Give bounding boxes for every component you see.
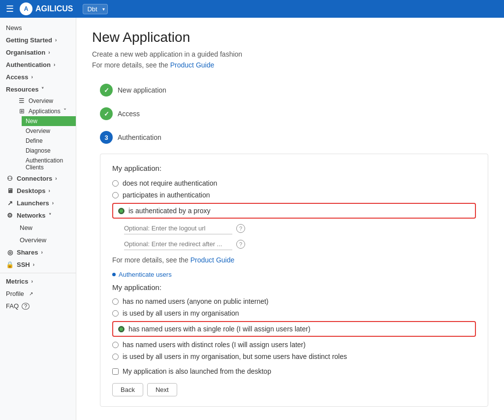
sidebar-item-label: New: [26, 118, 37, 125]
bullet-label: Authenticate users: [119, 271, 172, 278]
org-dropdown[interactable]: Dbt: [83, 4, 108, 14]
sidebar-item-label: SSH: [17, 261, 30, 268]
step-2-label: Access: [118, 110, 140, 118]
sidebar-item-networks[interactable]: ⚙ Networks ˅: [0, 209, 76, 222]
button-row: Back Next: [112, 383, 476, 396]
sidebar-item-applications[interactable]: ⊞ Applications ˅: [14, 106, 76, 116]
sidebar-item-app-overview[interactable]: Overview: [22, 126, 76, 136]
sidebar-item-profile[interactable]: Profile ↗: [0, 288, 76, 300]
applications-submenu: New Overview Define Diagnose Authenticat…: [14, 116, 76, 172]
sidebar-item-label: Overview: [29, 97, 53, 104]
sidebar-item-label: Overview: [26, 128, 50, 134]
radio-no-named-users[interactable]: [112, 298, 119, 305]
sidebar-item-label: Authentication Clients: [26, 157, 72, 171]
radio-option-no-auth: does not require authentication: [112, 179, 476, 187]
sidebar-item-desktops[interactable]: 🖥 Desktops ›: [0, 185, 76, 197]
auth-product-guide-link[interactable]: Product Guide: [190, 256, 235, 264]
radio-no-auth[interactable]: [112, 180, 119, 187]
logout-url-input[interactable]: [124, 223, 232, 234]
step-1-circle: ✓: [100, 84, 113, 97]
radio-named-distinct-roles[interactable]: [112, 342, 119, 348]
radio-proxy-label: is authenticated by a proxy: [128, 207, 211, 215]
radio-option-proxy-highlighted: is authenticated by a proxy: [112, 203, 476, 219]
org-selector[interactable]: Dbt ▾: [79, 4, 108, 14]
radio-option-no-named-users: has no named users (anyone on public int…: [112, 297, 476, 305]
sidebar-item-label: Organisation: [6, 49, 45, 56]
page-subtitle: Create a new web application in a guided…: [92, 50, 488, 58]
sidebar-item-getting-started[interactable]: Getting Started ›: [0, 34, 76, 46]
sidebar-item-networks-new[interactable]: New: [14, 222, 76, 234]
sidebar-item-networks-overview[interactable]: Overview: [14, 234, 76, 246]
desktop-launch-label: My application is also launched from the…: [123, 367, 271, 375]
sidebar-item-authentication[interactable]: Authentication ›: [0, 59, 76, 71]
sidebar-item-organisation[interactable]: Organisation ›: [0, 46, 76, 59]
sidebar-item-label: Desktops: [17, 187, 46, 194]
radio-option-named-distinct-roles: has named users with distinct roles (I w…: [112, 341, 476, 349]
sidebar-item-news[interactable]: News: [0, 22, 76, 34]
logout-url-help-icon[interactable]: ?: [236, 224, 245, 233]
chevron-right-icon: ›: [48, 50, 50, 55]
overview-icon: ☰: [18, 97, 26, 104]
sidebar: News Getting Started › Organisation › Au…: [0, 18, 76, 420]
redirect-url-help-icon[interactable]: ?: [236, 240, 245, 249]
sidebar-item-label: Networks: [17, 212, 46, 219]
step-1: ✓ New application: [92, 79, 488, 101]
radio-all-some-distinct[interactable]: [112, 354, 119, 360]
radio-all-users[interactable]: [112, 310, 119, 317]
redirect-url-input[interactable]: [124, 238, 232, 250]
radio-proxy[interactable]: [118, 208, 125, 214]
back-button[interactable]: Back: [112, 383, 143, 396]
sidebar-divider: [0, 273, 76, 273]
chevron-right-icon: ›: [55, 176, 57, 181]
radio-no-auth-label: does not require authentication: [123, 179, 217, 187]
step-2: ✓ Access: [92, 102, 488, 125]
sidebar-item-label: Profile: [6, 290, 24, 297]
sidebar-item-label: Metrics: [6, 278, 29, 285]
logo-icon: A: [20, 2, 32, 15]
radio-named-distinct-roles-label: has named users with distinct roles (I w…: [123, 341, 306, 349]
step-2-circle: ✓: [100, 107, 113, 120]
step-3-circle: 3: [100, 131, 113, 144]
sidebar-item-resources[interactable]: Resources ˅: [0, 83, 76, 96]
sidebar-item-metrics[interactable]: Metrics ›: [0, 275, 76, 288]
logo: A AGILICUS: [20, 2, 73, 15]
sidebar-item-connectors[interactable]: ⚇ Connectors ›: [0, 172, 76, 185]
auth-title: My application:: [112, 164, 476, 172]
sidebar-item-app-new[interactable]: New: [22, 116, 76, 126]
grid-icon: ⊞: [18, 107, 26, 115]
sidebar-item-shares[interactable]: ◎ Shares ›: [0, 246, 76, 258]
chevron-right-icon: ›: [33, 262, 34, 267]
radio-option-named-single-role-highlighted: has named users with a single role (I wi…: [112, 321, 476, 337]
sidebar-item-overview[interactable]: ☰ Overview: [14, 96, 76, 106]
navbar: ☰ A AGILICUS Dbt ▾: [0, 0, 504, 18]
step-3: 3 Authentication: [92, 126, 488, 149]
product-guide-link[interactable]: Product Guide: [170, 61, 215, 69]
radio-participates[interactable]: [112, 192, 119, 198]
sidebar-item-app-diagnose[interactable]: Diagnose: [22, 146, 76, 156]
sidebar-item-faq[interactable]: FAQ ?: [0, 300, 76, 312]
ssh-icon: 🔒: [6, 261, 14, 268]
shares-icon: ◎: [6, 249, 14, 256]
sidebar-item-launchers[interactable]: ↗ Launchers ›: [0, 197, 76, 209]
sidebar-item-access[interactable]: Access ›: [0, 71, 76, 83]
sidebar-item-label: Overview: [20, 236, 46, 244]
sidebar-item-label: Launchers: [17, 199, 49, 207]
hamburger-icon[interactable]: ☰: [6, 3, 14, 14]
sidebar-item-auth-clients[interactable]: Authentication Clients: [22, 156, 76, 172]
sidebar-item-ssh[interactable]: 🔒 SSH ›: [0, 258, 76, 271]
resources-submenu: ☰ Overview ⊞ Applications ˅ New Overview…: [0, 96, 76, 172]
sidebar-item-label: Resources: [6, 86, 38, 93]
sidebar-item-label: Shares: [17, 249, 38, 256]
chevron-down-icon: ˅: [63, 108, 66, 115]
desktop-launch-option: My application is also launched from the…: [112, 367, 476, 375]
product-guide-text: For more details, see the Product Guide: [92, 61, 488, 69]
sidebar-item-label: Connectors: [17, 175, 52, 182]
logo-text: AGILICUS: [35, 4, 73, 13]
next-button[interactable]: Next: [147, 383, 177, 396]
auth-section: My application: does not require authent…: [100, 154, 488, 407]
sidebar-item-label: Authentication: [6, 61, 51, 68]
radio-named-single-role[interactable]: [118, 326, 125, 332]
radio-no-named-users-label: has no named users (anyone on public int…: [123, 297, 269, 305]
desktop-launch-checkbox[interactable]: [112, 368, 119, 375]
sidebar-item-app-define[interactable]: Define: [22, 136, 76, 146]
